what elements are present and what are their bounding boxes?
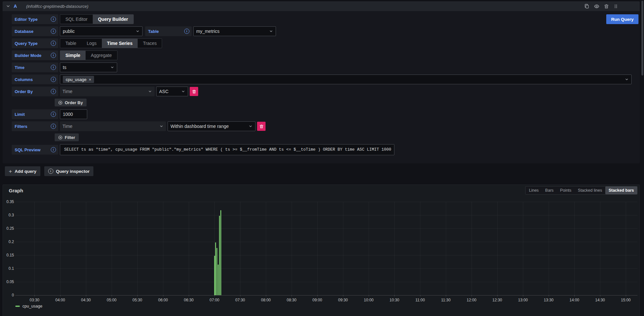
gridline-vertical — [369, 202, 369, 295]
info-icon[interactable]: i — [51, 147, 56, 152]
y-axis-tick-label: 0.2 — [3, 240, 14, 244]
time-column-select[interactable]: ts — [60, 62, 117, 72]
select-value: public — [63, 29, 133, 34]
series-bar[interactable] — [218, 265, 219, 295]
legend-label[interactable]: cpu_usage — [22, 304, 42, 309]
duplicate-query-button[interactable] — [584, 4, 589, 9]
run-query-button[interactable]: Run Query — [606, 14, 638, 24]
filter-column-select[interactable]: Time — [60, 121, 166, 131]
x-axis-tick-label: 10:00 — [361, 298, 377, 302]
select-placeholder: Time — [62, 124, 157, 129]
filter-condition-select[interactable]: Within dashboard time range — [168, 121, 255, 131]
option-sql-editor[interactable]: SQL Editor — [60, 15, 93, 24]
series-bar[interactable] — [216, 248, 217, 295]
option-logs[interactable]: Logs — [81, 39, 102, 48]
graph-panel: Graph LinesBarsPointsStacked linesStacke… — [3, 185, 640, 316]
info-icon[interactable]: i — [51, 124, 56, 129]
x-axis-tick-label: 11:00 — [412, 298, 428, 302]
chevron-down-icon — [625, 77, 629, 81]
info-icon[interactable]: i — [51, 65, 56, 70]
gridline-vertical — [523, 202, 523, 295]
gridline-horizontal — [15, 268, 637, 269]
trash-icon — [259, 124, 264, 129]
gridline-vertical — [112, 202, 112, 295]
drag-handle[interactable] — [613, 4, 618, 9]
toggle-visibility-button[interactable] — [594, 4, 599, 9]
x-axis-tick-label: 13:00 — [515, 298, 531, 302]
column-tag[interactable]: cpu_usage× — [63, 76, 94, 83]
x-axis-tick-label: 06:00 — [155, 298, 171, 302]
table-select[interactable]: my_metrics — [193, 26, 276, 36]
y-axis-tick-label: 0.3 — [3, 213, 14, 217]
columns-label: Columns i — [12, 75, 58, 84]
add-filter-row: Filter — [12, 133, 640, 141]
gridline-vertical — [86, 202, 86, 295]
y-axis-tick-label: 0.1 — [3, 266, 14, 271]
option-simple[interactable]: Simple — [60, 51, 86, 60]
collapse-query-button[interactable] — [6, 4, 10, 8]
editor-type-row: Editor Type i SQL EditorQuery Builder — [12, 14, 640, 24]
scrollbar-thumb[interactable] — [641, 1, 643, 76]
page-scrollbar[interactable] — [641, 0, 644, 316]
x-axis-tick-label: 11:30 — [438, 298, 454, 302]
add-order-by-button[interactable]: Order By — [55, 99, 87, 106]
x-axis-tick-label: 05:00 — [104, 298, 119, 302]
option-traces[interactable]: Traces — [138, 39, 162, 48]
trash-icon — [604, 4, 609, 9]
delete-query-button[interactable] — [604, 4, 609, 9]
limit-row: Limit i 1000 — [12, 109, 640, 119]
gridline-vertical — [240, 202, 240, 295]
info-icon[interactable]: i — [51, 112, 56, 117]
database-select[interactable]: public — [60, 26, 143, 36]
label-text: Query Type — [15, 41, 38, 46]
remove-order-by-button[interactable] — [190, 87, 198, 96]
option-time-series[interactable]: Time Series — [102, 39, 138, 48]
x-axis-tick-label: 13:30 — [541, 298, 556, 302]
query-row-header[interactable]: A (info8fcc-greptimedb-datasource) — [3, 1, 640, 11]
grip-dots-icon — [613, 4, 618, 9]
info-icon[interactable]: i — [51, 89, 56, 94]
series-bar[interactable] — [219, 216, 220, 295]
option-query-builder[interactable]: Query Builder — [93, 15, 133, 24]
order-by-column-select[interactable]: Time — [60, 87, 155, 96]
label-text: Builder Mode — [15, 53, 41, 58]
sql-preview-label: SQL Preview i — [12, 145, 58, 155]
circle-plus-icon — [58, 101, 62, 105]
gridline-vertical — [394, 202, 395, 295]
table-label: Table i — [145, 26, 192, 36]
info-icon[interactable]: i — [51, 53, 56, 58]
chevron-down-icon — [159, 124, 163, 128]
x-axis-tick-label: 09:30 — [335, 298, 351, 302]
columns-multiselect[interactable]: cpu_usage× — [60, 75, 632, 84]
info-icon[interactable]: i — [51, 29, 56, 34]
remove-filter-button[interactable] — [257, 122, 266, 131]
input-value: 1000 — [63, 112, 73, 117]
label-text: Table — [148, 29, 159, 34]
remove-tag-icon[interactable]: × — [89, 77, 91, 82]
info-icon[interactable]: i — [184, 29, 189, 34]
option-aggregate[interactable]: Aggregate — [86, 51, 117, 60]
series-bar[interactable] — [220, 210, 221, 295]
time-series-chart[interactable]: 0.350.30.250.20.150.10.05003:3004:0004:3… — [3, 185, 639, 316]
add-query-button[interactable]: + Add query — [5, 166, 40, 176]
info-icon[interactable]: i — [51, 77, 56, 82]
gridline-horizontal — [15, 215, 637, 215]
order-direction-select[interactable]: ASC — [156, 87, 188, 96]
x-axis-tick-label: 07:30 — [232, 298, 248, 302]
sql-text: SELECT ts as "time", cpu_usage FROM "pub… — [64, 147, 391, 152]
limit-input[interactable]: 1000 — [60, 109, 87, 119]
trash-icon — [192, 89, 196, 94]
sql-preview-input[interactable]: SELECT ts as "time", cpu_usage FROM "pub… — [60, 144, 394, 155]
option-table[interactable]: Table — [60, 39, 81, 48]
sql-preview-row: SQL Preview i SELECT ts as "time", cpu_u… — [12, 144, 640, 155]
info-icon[interactable]: i — [51, 41, 56, 46]
button-label: Add query — [15, 169, 36, 174]
query-inspector-button[interactable]: i Query inspector — [44, 166, 94, 176]
query-ref-id[interactable]: A — [14, 4, 17, 9]
info-icon[interactable]: i — [51, 17, 56, 22]
gridline-vertical — [626, 202, 626, 295]
gridline-vertical — [292, 202, 292, 295]
add-filter-button[interactable]: Filter — [55, 133, 79, 141]
chevron-down-icon — [249, 124, 253, 128]
series-bar[interactable] — [215, 242, 216, 295]
